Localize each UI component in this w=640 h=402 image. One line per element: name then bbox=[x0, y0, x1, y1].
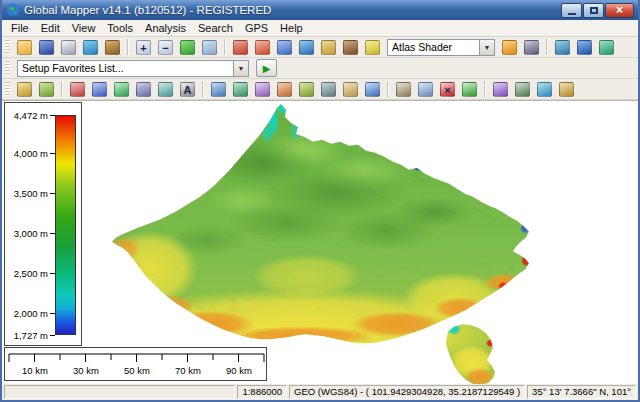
grid-generation-icon[interactable] bbox=[512, 80, 533, 99]
attribute-editor-icon[interactable] bbox=[393, 80, 414, 99]
icon-glyph bbox=[253, 81, 272, 98]
file-tool-group: + − bbox=[14, 38, 383, 57]
create-text-icon[interactable]: A bbox=[177, 80, 198, 99]
edit-vertices-icon[interactable] bbox=[36, 80, 57, 99]
restore-feature-icon[interactable] bbox=[459, 80, 480, 99]
toolbar-separator bbox=[202, 81, 204, 97]
toolbar-grip[interactable] bbox=[5, 61, 10, 75]
pan-tool-icon[interactable] bbox=[230, 38, 251, 57]
scale-label: 50 km bbox=[124, 365, 150, 376]
recenter-icon[interactable] bbox=[252, 38, 273, 57]
icon-glyph bbox=[297, 81, 316, 98]
undo-edit-icon[interactable] bbox=[362, 80, 383, 99]
icon-glyph bbox=[553, 39, 572, 56]
crop-areas-icon[interactable] bbox=[318, 80, 339, 99]
icon-glyph bbox=[319, 81, 338, 98]
icon-glyph: + bbox=[134, 39, 153, 56]
legend-row: 4,000 m bbox=[7, 147, 55, 159]
legend-row: 4,472 m bbox=[7, 109, 55, 121]
menu-item-help[interactable]: Help bbox=[274, 21, 309, 35]
zoom-out-icon[interactable]: − bbox=[155, 38, 176, 57]
run-favorite-button[interactable]: ▶ bbox=[256, 59, 277, 77]
gps-tool-icon[interactable] bbox=[362, 38, 383, 57]
legend-label: 3,500 m bbox=[7, 188, 48, 199]
scale-label: 70 km bbox=[175, 365, 201, 376]
profile-view-icon[interactable] bbox=[552, 38, 573, 57]
overlay-control-center-icon[interactable] bbox=[102, 38, 123, 57]
legend-row: 3,000 m bbox=[7, 227, 55, 239]
menu-item-analysis[interactable]: Analysis bbox=[139, 21, 192, 35]
watershed-icon[interactable] bbox=[534, 80, 555, 99]
measure-tool-icon[interactable] bbox=[318, 38, 339, 57]
favorites-combobox[interactable]: Setup Favorites List... ▼ bbox=[17, 60, 249, 77]
raster-options-icon[interactable] bbox=[490, 80, 511, 99]
create-line-icon[interactable] bbox=[89, 80, 110, 99]
menu-item-gps[interactable]: GPS bbox=[239, 21, 274, 35]
legend-label: 4,000 m bbox=[7, 148, 48, 159]
chevron-down-icon[interactable]: ▼ bbox=[479, 40, 494, 55]
zoom-window-icon[interactable] bbox=[199, 38, 220, 57]
legend-tick bbox=[50, 313, 55, 314]
scale-feature-icon[interactable] bbox=[252, 80, 273, 99]
scale-bar: 10 km 30 km 50 km 70 km 90 km bbox=[4, 347, 267, 381]
fly-through-icon[interactable] bbox=[596, 38, 617, 57]
split-line-icon[interactable] bbox=[274, 80, 295, 99]
icon-glyph bbox=[575, 39, 594, 56]
create-circle-icon[interactable] bbox=[155, 80, 176, 99]
shader-combobox[interactable]: Atlas Shader ▼ bbox=[387, 39, 495, 56]
view-3d-icon[interactable] bbox=[574, 38, 595, 57]
hill-shading-icon[interactable] bbox=[521, 38, 542, 57]
toolbar-grip[interactable] bbox=[5, 82, 10, 96]
open-file-icon[interactable] bbox=[14, 38, 35, 57]
icon-glyph bbox=[68, 81, 87, 98]
delete-feature-icon[interactable]: × bbox=[437, 80, 458, 99]
icon-glyph bbox=[253, 39, 272, 56]
legend-label: 3,000 m bbox=[7, 228, 48, 239]
combine-areas-icon[interactable] bbox=[296, 80, 317, 99]
download-online-data-icon[interactable] bbox=[80, 38, 101, 57]
menu-item-tools[interactable]: Tools bbox=[101, 21, 139, 35]
create-rectangle-icon[interactable] bbox=[133, 80, 154, 99]
copy-feature-icon[interactable] bbox=[415, 80, 436, 99]
icon-glyph bbox=[156, 81, 175, 98]
search-globe-icon[interactable] bbox=[296, 38, 317, 57]
scale-label: 30 km bbox=[73, 365, 99, 376]
rotate-feature-icon[interactable] bbox=[230, 80, 251, 99]
app-globe-icon bbox=[6, 3, 20, 17]
favorites-toolbar: Setup Favorites List... ▼ ▶ bbox=[2, 58, 638, 79]
icon-glyph bbox=[200, 39, 219, 56]
save-workspace-icon[interactable] bbox=[36, 38, 57, 57]
view-shed-icon[interactable] bbox=[556, 80, 577, 99]
create-area-icon[interactable] bbox=[111, 80, 132, 99]
shader-options-icon[interactable] bbox=[499, 38, 520, 57]
zoom-in-icon[interactable]: + bbox=[133, 38, 154, 57]
full-extent-icon[interactable] bbox=[177, 38, 198, 57]
icon-glyph bbox=[394, 81, 413, 98]
maximize-button[interactable] bbox=[583, 3, 604, 18]
path-profile-icon[interactable] bbox=[340, 38, 361, 57]
menu-item-edit[interactable]: Edit bbox=[35, 21, 66, 35]
snap-vertex-icon[interactable] bbox=[340, 80, 361, 99]
status-latlon: 35° 13' 7.3666" N, 101° bbox=[527, 385, 636, 399]
minimize-icon bbox=[568, 13, 576, 15]
menu-item-file[interactable]: File bbox=[5, 21, 35, 35]
global-mapper-window: Global Mapper v14.1 (b120512) - REGISTER… bbox=[0, 0, 640, 402]
create-point-icon[interactable] bbox=[67, 80, 88, 99]
digitizer-toolbar: A bbox=[2, 79, 638, 100]
terrain-map[interactable] bbox=[2, 101, 638, 384]
chevron-down-icon[interactable]: ▼ bbox=[233, 61, 248, 76]
close-button[interactable]: × bbox=[605, 3, 634, 18]
legend-tick bbox=[50, 335, 55, 336]
menu-item-view[interactable]: View bbox=[66, 21, 102, 35]
icon-glyph bbox=[460, 81, 479, 98]
toolbar-grip[interactable] bbox=[5, 40, 10, 54]
feature-info-icon[interactable] bbox=[274, 38, 295, 57]
icon-glyph bbox=[209, 81, 228, 98]
move-feature-icon[interactable] bbox=[208, 80, 229, 99]
digitizer-edit-icon[interactable] bbox=[14, 80, 35, 99]
menu-item-search[interactable]: Search bbox=[192, 21, 239, 35]
legend-row: 2,000 m bbox=[7, 307, 55, 319]
print-icon[interactable] bbox=[58, 38, 79, 57]
icon-glyph bbox=[178, 39, 197, 56]
minimize-button[interactable] bbox=[561, 3, 582, 18]
